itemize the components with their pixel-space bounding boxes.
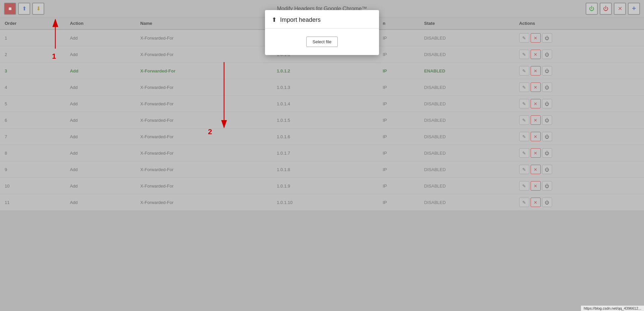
modal-overlay: ⬆ Import headers Select file bbox=[0, 0, 644, 311]
modal-title: Import headers bbox=[280, 16, 321, 23]
select-file-button[interactable]: Select file bbox=[306, 37, 338, 47]
modal-body: Select file bbox=[265, 29, 379, 55]
modal-header: ⬆ Import headers bbox=[265, 10, 379, 29]
url-bar: https://blog.csdn.net/qq_4396612... bbox=[581, 306, 644, 311]
import-modal: ⬆ Import headers Select file bbox=[265, 10, 379, 55]
modal-upload-icon: ⬆ bbox=[272, 16, 277, 23]
